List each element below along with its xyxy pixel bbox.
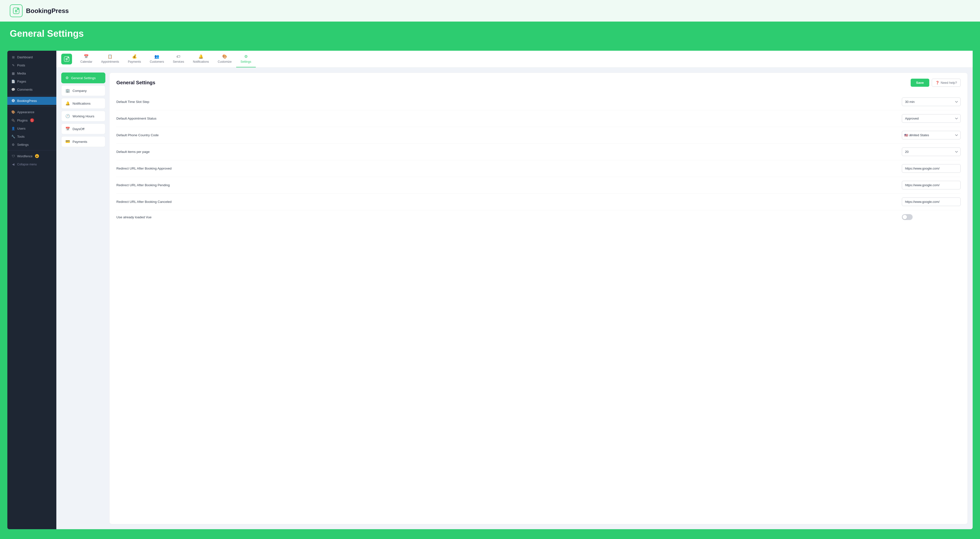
use-vue-control <box>902 214 961 220</box>
redirect-canceled-control <box>902 197 961 206</box>
general-settings-icon: ⚙ <box>65 76 68 80</box>
settings-menu-notifications[interactable]: 🔔 Notifications <box>61 98 105 109</box>
sidebar-item-plugins[interactable]: 🔌 Plugins 1 <box>7 116 56 124</box>
redirect-approved-label: Redirect URL After Booking Approved <box>116 167 175 170</box>
sidebar-item-posts[interactable]: ✎ Posts <box>7 61 56 69</box>
redirect-pending-input[interactable] <box>902 181 961 189</box>
save-button[interactable]: Save <box>911 79 929 87</box>
collapse-icon: ◀ <box>11 162 15 166</box>
phone-country-control: 🇺🇸 us United States United Kingdom Canad… <box>902 131 961 139</box>
sidebar-item-collapse[interactable]: ◀ Collapse menu <box>7 160 56 168</box>
time-slot-step-control: 15 min 30 min 45 min 60 min <box>902 97 961 106</box>
field-redirect-pending: Redirect URL After Booking Pending <box>116 177 961 194</box>
svg-text:B: B <box>66 57 68 61</box>
bp-content: B 📅 Calendar 📋 Appointments 💰 Payments 👥… <box>56 51 973 529</box>
sidebar-item-pages[interactable]: 📄 Pages <box>7 78 56 86</box>
tab-settings[interactable]: ⚙ Settings <box>236 51 256 67</box>
redirect-pending-label: Redirect URL After Booking Pending <box>116 183 175 187</box>
appointment-status-label: Default Appointment Status <box>116 117 175 120</box>
field-time-slot-step: Default Time Slot Step 15 min 30 min 45 … <box>116 94 961 110</box>
pages-icon: 📄 <box>11 79 15 83</box>
help-button[interactable]: ❓ Need help? <box>932 79 961 87</box>
users-icon: 👤 <box>11 127 15 130</box>
time-slot-step-select[interactable]: 15 min 30 min 45 min 60 min <box>902 97 961 106</box>
bp-topnav: B 📅 Calendar 📋 Appointments 💰 Payments 👥… <box>56 51 973 68</box>
appointments-icon: 📋 <box>108 54 113 59</box>
phone-country-select[interactable]: United States United Kingdom Canada Aust… <box>902 131 961 139</box>
comments-icon: 💬 <box>11 88 15 91</box>
field-appointment-status: Default Appointment Status Pending Appro… <box>116 110 961 127</box>
appointment-status-select[interactable]: Pending Approved Canceled Rejected <box>902 114 961 123</box>
main-wrapper: ⊞ Dashboard ✎ Posts ▦ Media 📄 Pages 💬 Co… <box>0 46 980 539</box>
wordfence-icon: 🛡 <box>11 154 15 158</box>
settings-menu-working-hours[interactable]: 🕐 Working Hours <box>61 111 105 121</box>
notifications-icon: 🔔 <box>199 54 204 59</box>
customers-icon: 👥 <box>154 54 159 59</box>
page-header: General Settings <box>0 22 980 46</box>
dashboard-icon: ⊞ <box>11 56 15 59</box>
media-icon: ▦ <box>11 72 15 75</box>
redirect-canceled-input[interactable] <box>902 197 961 206</box>
sidebar-item-settings[interactable]: ⚙ Settings <box>7 141 56 149</box>
settings-menu-daysoff[interactable]: 📅 DaysOff <box>61 124 105 134</box>
sidebar-item-appearance[interactable]: 🎨 Appearance <box>7 108 56 116</box>
settings-menu-payments[interactable]: 💳 Payments <box>61 136 105 147</box>
company-icon: 🏢 <box>65 89 70 93</box>
items-per-page-select[interactable]: 10 20 50 100 <box>902 148 961 156</box>
settings-menu-general[interactable]: ⚙ General Settings <box>61 73 105 83</box>
field-use-vue: Use already loaded Vue <box>116 210 961 224</box>
tab-payments[interactable]: 💰 Payments <box>124 51 145 67</box>
bookingpress-icon: 🅑 <box>11 99 15 103</box>
settings-panel: General Settings Save ❓ Need help? Defau… <box>109 73 968 524</box>
svg-point-5 <box>68 57 69 58</box>
services-icon: 🏷 <box>177 54 180 59</box>
field-phone-country: Default Phone Country Code 🇺🇸 us United … <box>116 127 961 143</box>
tab-calendar[interactable]: 📅 Calendar <box>76 51 97 67</box>
wp-sidebar: ⊞ Dashboard ✎ Posts ▦ Media 📄 Pages 💬 Co… <box>7 51 56 529</box>
sidebar-item-tools[interactable]: 🔧 Tools <box>7 132 56 141</box>
tab-appointments[interactable]: 📋 Appointments <box>97 51 124 67</box>
daysoff-icon: 📅 <box>65 127 70 131</box>
posts-icon: ✎ <box>11 64 15 67</box>
plugins-badge: 1 <box>30 118 34 122</box>
redirect-canceled-label: Redirect URL After Booking Canceled <box>116 200 175 204</box>
field-redirect-canceled: Redirect URL After Booking Canceled <box>116 194 961 210</box>
bp-logo-button[interactable]: B <box>61 54 72 64</box>
tools-icon: 🔧 <box>11 135 15 138</box>
tab-customize[interactable]: 🎨 Customize <box>213 51 236 67</box>
time-slot-step-label: Default Time Slot Step <box>116 100 175 103</box>
sidebar-item-dashboard[interactable]: ⊞ Dashboard <box>7 53 56 61</box>
calendar-icon: 📅 <box>84 54 89 59</box>
settings-nav-icon: ⚙ <box>244 54 248 59</box>
tab-notifications[interactable]: 🔔 Notifications <box>188 51 213 67</box>
tab-services[interactable]: 🏷 Services <box>168 51 188 67</box>
working-hours-icon: 🕐 <box>65 114 70 118</box>
redirect-approved-input[interactable] <box>902 164 961 173</box>
brand-bar: B BookingPress <box>0 0 980 22</box>
help-icon: ❓ <box>935 81 939 84</box>
brand-logo-icon: B <box>10 5 22 17</box>
settings-panel-title: General Settings <box>116 80 155 86</box>
page-title: General Settings <box>10 29 970 39</box>
payments-icon: 💰 <box>132 54 137 59</box>
sidebar-item-bookingpress[interactable]: 🅑 BookingPress <box>7 97 56 105</box>
sidebar-item-media[interactable]: ▦ Media <box>7 69 56 78</box>
settings-panel-header: General Settings Save ❓ Need help? <box>116 79 961 87</box>
plugins-icon: 🔌 <box>11 119 15 122</box>
wordfence-badge: ● <box>35 154 39 158</box>
settings-icon: ⚙ <box>11 143 15 146</box>
tab-customers[interactable]: 👥 Customers <box>145 51 168 67</box>
settings-menu-company[interactable]: 🏢 Company <box>61 85 105 96</box>
header-actions: Save ❓ Need help? <box>911 79 961 87</box>
items-per-page-control: 10 20 50 100 <box>902 148 961 156</box>
svg-text:B: B <box>15 9 18 13</box>
brand-name: BookingPress <box>26 7 69 15</box>
sidebar-item-users[interactable]: 👤 Users <box>7 124 56 132</box>
svg-point-2 <box>17 8 19 10</box>
redirect-pending-control <box>902 181 961 189</box>
use-vue-toggle[interactable] <box>902 214 913 220</box>
sidebar-item-wordfence[interactable]: 🛡 Wordfence ● <box>7 152 56 160</box>
sidebar-item-comments[interactable]: 💬 Comments <box>7 86 56 94</box>
field-redirect-approved: Redirect URL After Booking Approved <box>116 160 961 177</box>
notifications-menu-icon: 🔔 <box>65 101 70 106</box>
